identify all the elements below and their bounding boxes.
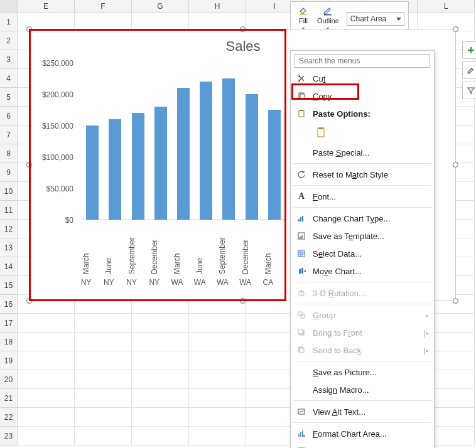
cell[interactable] [18,370,75,389]
menu-font[interactable]: A Font... [292,188,433,205]
selection-handle[interactable] [240,26,246,32]
col-hdr-L[interactable]: L [418,0,475,12]
cell[interactable] [75,351,132,370]
menu-cut[interactable]: Cut [292,70,433,87]
bar[interactable] [222,78,235,220]
row-hdr-2[interactable]: 2 [0,31,17,50]
menu-format-chart-area[interactable]: Format Chart Area... [292,425,433,442]
col-hdr-E[interactable]: E [18,0,75,12]
row-hdr-15[interactable]: 15 [0,276,17,295]
row-hdr-23[interactable]: 23 [0,427,17,445]
cell[interactable] [18,408,75,427]
selection-handle[interactable] [240,298,246,304]
cell[interactable] [75,333,132,351]
cell[interactable] [75,408,132,427]
menu-save-template[interactable]: Save as Template... [292,227,433,245]
cell[interactable] [189,408,246,427]
row-hdr-6[interactable]: 6 [0,107,17,125]
cell[interactable] [75,370,132,389]
chart-styles-button[interactable] [462,61,476,79]
menu-select-data[interactable]: Select Data... [292,245,433,262]
x-category: March [173,224,181,274]
menu-paste-special[interactable]: Paste Special... [292,144,433,161]
row-hdr-8[interactable]: 8 [0,144,17,163]
cell[interactable] [75,427,132,445]
menu-alt-text[interactable]: View Alt Text... [292,403,433,420]
menu-search-input[interactable] [295,54,430,68]
row-hdr-9[interactable]: 9 [0,163,17,182]
x-category: September [127,224,136,274]
chart-element-selector[interactable]: Chart Area [347,12,404,26]
menu-pivotchart-options[interactable]: PivotChart Options... [292,442,433,448]
cell[interactable] [18,314,75,333]
row-hdr-3[interactable]: 3 [0,50,17,69]
row-hdr-18[interactable]: 18 [0,333,17,351]
row-hdr-11[interactable]: 11 [0,201,17,220]
chart-elements-button[interactable] [462,41,476,59]
cell[interactable] [132,408,189,427]
cell[interactable] [75,389,132,408]
cell[interactable] [189,333,246,351]
cell[interactable] [18,389,75,408]
bar[interactable] [154,107,167,220]
cell[interactable] [132,389,189,408]
bar[interactable] [86,125,99,220]
row-hdr-17[interactable]: 17 [0,314,17,333]
row-hdr-21[interactable]: 21 [0,389,17,408]
row-hdr-19[interactable]: 19 [0,351,17,370]
cell[interactable] [75,314,132,333]
chart-filters-button[interactable] [462,82,476,99]
selection-handle[interactable] [453,162,458,168]
cell[interactable] [18,351,75,370]
selection-handle[interactable] [453,298,458,304]
row-hdr-20[interactable]: 20 [0,370,17,389]
cell[interactable] [132,370,189,389]
col-hdr-H[interactable]: H [189,0,246,12]
bar[interactable] [200,82,212,220]
row-hdr-10[interactable]: 10 [0,182,17,201]
cell[interactable] [189,427,246,445]
menu-copy[interactable]: Copy [292,87,433,105]
cell[interactable] [189,314,246,333]
row-hdr-12[interactable]: 12 [0,220,17,238]
menu-reset-style[interactable]: Reset to Match Style [292,166,433,183]
menu-change-chart-type[interactable]: Change Chart Type... [292,210,433,227]
menu-save-picture[interactable]: Save as Picture... [292,363,433,381]
cell[interactable] [18,427,75,445]
row-hdr-5[interactable]: 5 [0,88,17,107]
plot-area[interactable]: $0$50,000$100,000$150,000$200,000$250,00… [36,63,286,227]
row-hdr-16[interactable]: 16 [0,295,17,314]
row-hdr-1[interactable]: 1 [0,13,17,31]
selection-handle[interactable] [453,26,458,32]
bar[interactable] [109,119,121,220]
menu-assign-macro[interactable]: Assign Macro... [292,381,433,398]
move-chart-icon [296,265,307,277]
col-hdr-F[interactable]: F [75,0,132,12]
row-hdr-22[interactable]: 22 [0,408,17,427]
svg-rect-11 [300,217,301,221]
menu-move-chart[interactable]: Move Chart... [292,262,433,280]
col-hdr-G[interactable]: G [132,0,189,12]
cell[interactable] [189,351,246,370]
cell[interactable] [132,427,189,445]
svg-rect-16 [298,250,305,257]
row-hdr-7[interactable]: 7 [0,125,17,144]
cell[interactable] [132,333,189,351]
x-region: NY [126,278,137,287]
bar[interactable] [246,94,258,220]
cell[interactable] [132,314,189,333]
cell[interactable] [189,389,246,408]
cell[interactable] [18,333,75,351]
bar[interactable] [132,113,144,220]
paste-option-default[interactable] [313,124,328,141]
row-hdr-4[interactable]: 4 [0,69,17,88]
row-hdr-14[interactable]: 14 [0,257,17,276]
selection-handle[interactable] [26,162,32,168]
row-hdr-13[interactable]: 13 [0,238,17,257]
selection-handle[interactable] [26,298,32,304]
bar[interactable] [177,88,190,220]
selection-handle[interactable] [26,26,32,32]
cell[interactable] [189,370,246,389]
cell[interactable] [132,351,189,370]
bar[interactable] [268,110,281,220]
